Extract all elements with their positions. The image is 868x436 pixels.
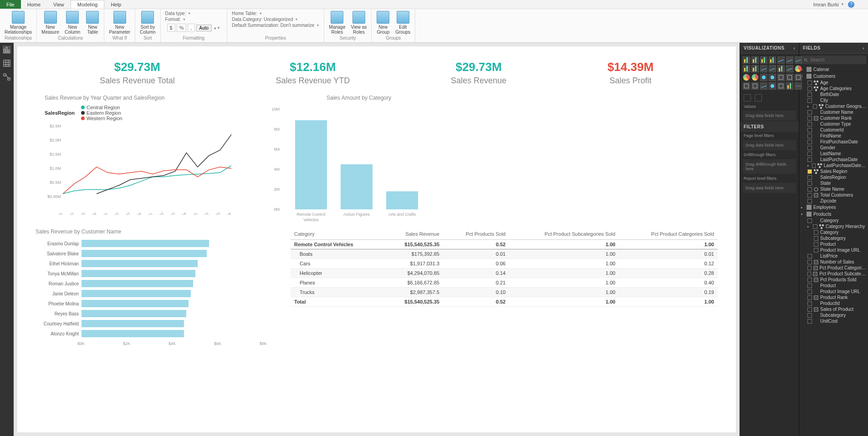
legend-item[interactable]: Eastern Region [81,110,123,116]
viz-type-icon[interactable] [760,56,767,64]
field-checkbox[interactable] [807,128,812,132]
bar-chart[interactable]: Sales Amount by Category 0M2M4M6M8M10MRe… [263,95,454,224]
menu-file[interactable]: File [0,0,21,9]
field-item[interactable]: Number of Sales [799,259,868,265]
legend-item[interactable]: Western Region [81,116,123,121]
menu-modeling[interactable]: Modeling [71,0,105,9]
report-filters-dropzone[interactable]: Drag data fields here [743,183,796,193]
field-sub-item[interactable]: Product Image URL [799,247,868,253]
field-item[interactable]: State Name [799,186,868,192]
field-table[interactable]: ▸Calenar [799,66,868,73]
field-checkbox[interactable] [812,163,816,168]
field-item[interactable]: FirstName [799,133,868,139]
field-item[interactable]: Zipcode [799,198,868,204]
field-checkbox[interactable] [813,104,817,109]
viz-type-icon[interactable] [795,65,802,72]
field-item[interactable]: Gender [799,145,868,151]
viz-type-icon[interactable] [769,82,776,90]
nav-report-icon[interactable] [3,46,11,54]
field-checkbox[interactable] [807,284,812,288]
field-item[interactable]: Total Customers [799,192,868,198]
chevron-down-icon[interactable]: ▼ [316,24,319,27]
table-row[interactable]: Remote Control Vehicles$15,540,525.350.5… [291,240,718,249]
field-sub-item[interactable]: Category [799,229,868,235]
field-checkbox[interactable] [807,146,812,150]
viz-type-icon[interactable] [743,74,750,81]
col-header[interactable]: Pct Products Sold [443,228,509,240]
viz-type-icon[interactable] [795,56,802,64]
viz-type-icon[interactable] [743,56,750,64]
field-item[interactable]: LastPurchaseDate [799,157,868,162]
field-item[interactable]: Customer Rank [799,115,868,121]
field-item[interactable]: Sales Region [799,168,868,174]
col-header[interactable]: Pct Product Categories Sold [619,228,718,240]
field-checkbox[interactable] [807,289,812,294]
table-row[interactable]: Helicopter$4,294,070.850.141.000.28 [291,269,718,278]
stepper-icon[interactable]: ▲▼ [213,26,220,30]
viz-type-icon[interactable] [751,82,759,90]
field-checkbox[interactable] [807,134,812,138]
field-checkbox[interactable] [807,152,812,156]
field-checkbox[interactable] [814,236,818,241]
field-item[interactable]: Pct Product Categories Sold [799,265,868,271]
field-item[interactable]: ▸LastPurchaseDate Hierarchy [799,162,868,168]
field-item[interactable]: Age [799,80,868,86]
kpi-card[interactable]: $29.73MSales Revenue [451,60,506,86]
chevron-down-icon[interactable]: ▼ [188,12,191,15]
col-header[interactable]: Sales Revenue [384,228,443,240]
more-viz-icon[interactable]: ⋯ [795,82,802,90]
field-checkbox[interactable] [807,98,812,103]
viz-type-icon[interactable] [786,56,793,64]
field-checkbox[interactable] [807,278,812,282]
field-checkbox[interactable] [814,242,818,247]
field-item[interactable]: Pct Products Sold [799,277,868,283]
viz-type-icon[interactable] [777,65,785,72]
field-table[interactable]: ▸Employees [799,204,868,211]
user-menu[interactable]: Imran Burki ▼ ? [813,1,854,8]
viz-type-icon[interactable] [760,65,767,72]
table-row[interactable]: Cars$1,917,031.30.061.000.12 [291,259,718,269]
field-item[interactable]: UnitCost [799,318,868,324]
table-row[interactable]: Planes$6,166,672.850.211.000.40 [291,278,718,288]
percent-button[interactable]: % [177,24,187,32]
field-item[interactable]: Age Categories [799,86,868,91]
viewas-roles-button[interactable]: View as Roles [349,10,368,35]
field-checkbox[interactable] [807,319,812,324]
new-measure-button[interactable]: New Measure [40,10,61,35]
field-item[interactable]: Customer Name [799,109,868,115]
data-table[interactable]: CategorySales RevenuePct Products SoldPc… [291,228,718,349]
field-checkbox[interactable] [813,224,817,229]
field-checkbox[interactable] [807,116,812,121]
kpi-card[interactable]: $12.16MSales Revenue YTD [276,60,350,86]
field-checkbox[interactable] [807,187,812,192]
field-item[interactable]: ▸Customer Geography [799,103,868,109]
viz-type-icon[interactable] [751,56,759,64]
field-checkbox[interactable] [807,307,812,312]
field-item[interactable]: ▸Category Hierarchy [799,223,868,229]
viz-type-icon[interactable] [769,74,776,81]
legend-item[interactable]: Central Region [81,105,123,110]
kpi-card[interactable]: $14.39MSales Profit [608,60,654,86]
field-sub-item[interactable]: Product [799,241,868,247]
field-item[interactable]: Subcategory [799,312,868,318]
field-table[interactable]: ▾Customers [799,73,868,80]
table-row[interactable]: Boats$175,392.850.011.000.01 [291,249,718,259]
menu-view[interactable]: View [47,0,71,9]
new-group-button[interactable]: New Group [374,10,392,35]
field-checkbox[interactable] [807,260,812,264]
viz-type-icon[interactable] [751,74,759,81]
line-chart[interactable]: Sales Revenue by Year Quarter and SalesR… [45,95,245,224]
manage-roles-button[interactable]: Manage Roles [327,10,347,35]
field-checkbox[interactable] [807,295,812,300]
viz-type-icon[interactable] [777,56,785,64]
sort-by-column-button[interactable]: Sort by Column [138,10,157,35]
field-item[interactable]: Product Image URL [799,289,868,294]
new-table-button[interactable]: New Table [84,10,101,35]
field-checkbox[interactable] [807,140,812,144]
decimals-auto[interactable]: Auto [196,25,212,31]
viz-type-icon[interactable] [795,74,802,81]
menu-home[interactable]: Home [21,0,47,9]
field-table[interactable]: ▾Products [799,211,868,218]
field-item[interactable]: Product [799,283,868,289]
format-well-tab[interactable] [755,94,762,101]
